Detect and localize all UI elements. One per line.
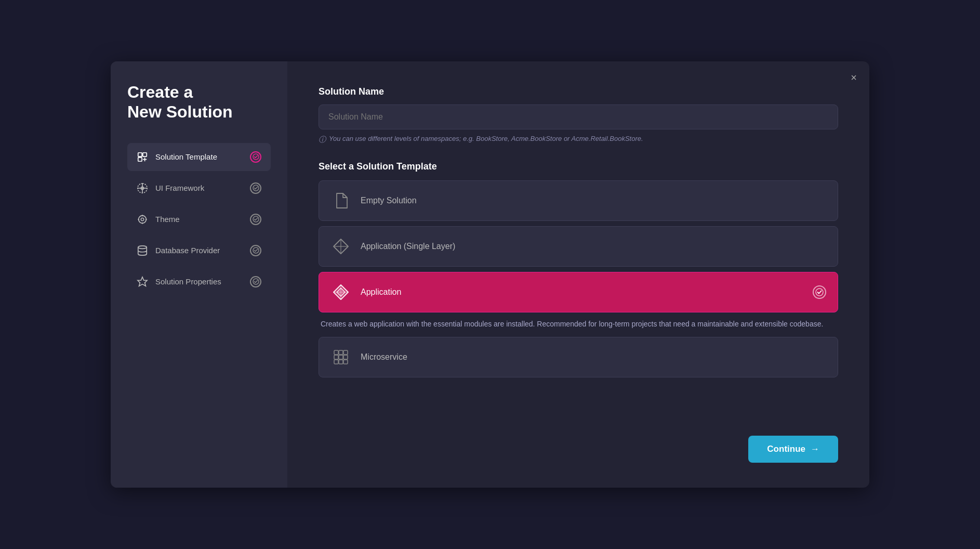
solution-properties-icon [137, 276, 148, 287]
sidebar-nav: Solution Template U [127, 143, 271, 296]
template-item-empty[interactable]: Empty Solution [319, 180, 838, 221]
solution-template-icon [137, 151, 148, 163]
template-section-label: Select a Solution Template [319, 161, 838, 172]
svg-rect-27 [339, 350, 343, 355]
template-label: Application (Single Layer) [361, 242, 455, 251]
sidebar-item-solution-properties[interactable]: Solution Properties [127, 268, 271, 296]
template-label: Empty Solution [361, 196, 417, 205]
svg-rect-26 [334, 350, 338, 355]
sidebar-item-check [250, 151, 261, 163]
microservice-icon [330, 347, 351, 368]
single-layer-icon [330, 236, 351, 257]
info-icon: ⓘ [319, 135, 326, 145]
sidebar-item-theme[interactable]: Theme [127, 205, 271, 233]
database-icon [137, 245, 148, 256]
template-item-microservice[interactable]: Microservice [319, 337, 838, 377]
svg-rect-1 [143, 153, 147, 156]
main-content: Solution Name ⓘ You can use different le… [287, 61, 869, 488]
template-item-single-layer[interactable]: Application (Single Layer) [319, 226, 838, 267]
sidebar-item-label: Theme [155, 215, 180, 224]
sidebar-item-check [250, 276, 261, 287]
empty-solution-icon [330, 190, 351, 211]
svg-rect-34 [343, 360, 348, 364]
template-selected-check [813, 285, 826, 299]
template-label: Application [361, 287, 401, 297]
svg-point-25 [816, 289, 823, 296]
svg-point-14 [138, 218, 139, 220]
sidebar-item-ui-framework[interactable]: UI Framework [127, 174, 271, 202]
sidebar-item-database-provider[interactable]: Database Provider [127, 237, 271, 265]
sidebar-item-label: Solution Properties [155, 277, 221, 286]
template-label: Microservice [361, 352, 407, 362]
continue-arrow: → [811, 444, 819, 454]
svg-rect-2 [138, 158, 142, 161]
svg-point-12 [142, 215, 143, 216]
svg-rect-28 [343, 350, 348, 355]
template-description: Creates a web application with the essen… [319, 312, 838, 332]
sidebar-item-label: Solution Template [155, 152, 217, 161]
sidebar-item-label: UI Framework [155, 184, 204, 192]
sidebar-title: Create aNew Solution [127, 82, 271, 122]
solution-name-hint: ⓘ You can use different levels of namesp… [319, 135, 838, 145]
template-item-application[interactable]: Application [319, 272, 838, 312]
close-button[interactable]: × [851, 72, 857, 84]
solution-name-input[interactable] [319, 104, 838, 129]
solution-name-label: Solution Name [319, 86, 838, 97]
svg-rect-30 [339, 355, 343, 359]
svg-rect-31 [343, 355, 348, 359]
sidebar: Create aNew Solution Solution Template [111, 61, 287, 488]
svg-marker-19 [138, 277, 147, 286]
svg-point-17 [138, 246, 147, 249]
svg-rect-0 [138, 153, 142, 156]
svg-point-11 [139, 215, 147, 223]
application-icon [330, 282, 351, 303]
svg-point-15 [145, 218, 147, 220]
template-block-application: Application Creates a web application wi… [319, 272, 838, 332]
svg-point-10 [141, 218, 144, 221]
sidebar-item-label: Database Provider [155, 246, 220, 255]
template-list: Empty Solution Application (Single Layer… [319, 180, 838, 377]
ui-framework-icon [137, 182, 148, 194]
footer-actions: Continue → [319, 415, 838, 463]
modal: × Create aNew Solution Solution Template [111, 61, 869, 488]
continue-label: Continue [767, 444, 805, 454]
continue-button[interactable]: Continue → [748, 436, 838, 463]
sidebar-item-check [250, 245, 261, 256]
svg-rect-29 [334, 355, 338, 359]
sidebar-item-solution-template[interactable]: Solution Template [127, 143, 271, 171]
svg-rect-32 [334, 360, 338, 364]
svg-point-13 [142, 223, 143, 224]
sidebar-item-check [250, 182, 261, 194]
theme-icon [137, 214, 148, 225]
svg-rect-33 [339, 360, 343, 364]
sidebar-item-check [250, 214, 261, 225]
